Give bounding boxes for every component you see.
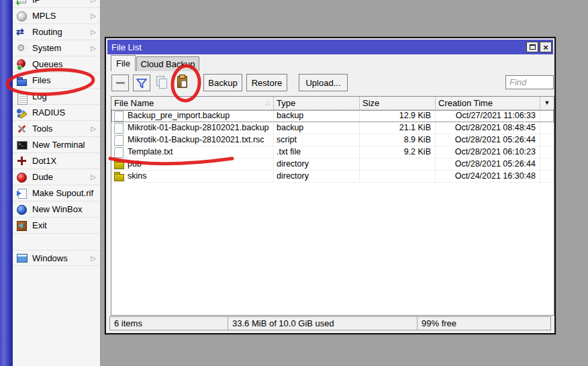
status-bar: 6 items 33.6 MiB of 10.0 GiB used 99% fr…: [109, 316, 551, 330]
tools-icon: [16, 124, 27, 134]
creation-time-cell: Oct/28/2021 05:26:44: [436, 158, 540, 171]
remove-button[interactable]: [111, 75, 129, 91]
sidebar-item-exit[interactable]: Exit: [13, 218, 100, 234]
sidebar-item-make-supout-rif[interactable]: Make Supout.rif: [13, 185, 100, 201]
sidebar-item-label: System: [32, 43, 91, 53]
table-row[interactable]: Backup_pre_import.backupbackup12.9 KiBOc…: [111, 110, 554, 122]
sidebar-item-files[interactable]: Files: [13, 73, 100, 89]
column-header-creation-time[interactable]: Creation Time: [436, 97, 540, 109]
sidebar-item-label: Exit: [32, 220, 100, 230]
tab-cloud-backup[interactable]: Cloud Backup: [136, 56, 199, 71]
filter-button[interactable]: [133, 75, 150, 91]
file-name: pub: [128, 158, 142, 170]
sidebar-item-windows[interactable]: Windows▷: [13, 250, 100, 266]
copy-icon[interactable]: [155, 75, 170, 90]
folder-icon: [113, 171, 124, 181]
sidebar-item-queues[interactable]: Queues: [13, 56, 100, 73]
sidebar-item-label: Tools: [32, 124, 91, 134]
file-name: Mikrotik-01-Backup-28102021.txt.rsc: [128, 134, 264, 146]
restore-button[interactable]: Restore: [246, 74, 287, 91]
tab-file[interactable]: File: [111, 55, 136, 71]
table-header: File Name △ Type Size Creation Time ▼: [111, 97, 554, 110]
filter-funnel-icon: [136, 77, 148, 89]
sidebar-item-dot1x[interactable]: Dot1X: [13, 153, 100, 169]
table-row[interactable]: pubdirectoryOct/28/2021 05:26:44: [111, 158, 554, 171]
row-end-cell: [540, 134, 554, 146]
upload-button[interactable]: Upload...: [299, 74, 348, 91]
sidebar-item-radius[interactable]: RADIUS: [13, 105, 100, 121]
file-size-cell: 12.9 KiB: [360, 110, 436, 122]
find-input[interactable]: [505, 75, 554, 89]
backup-button[interactable]: Backup: [203, 74, 242, 91]
sidebar-item-dude[interactable]: Dude▷: [13, 169, 100, 185]
file-type-cell: script: [274, 134, 360, 146]
file-name-cell: skins: [111, 171, 274, 183]
table-row[interactable]: Template.txt.txt file9.2 KiBOct/28/2021 …: [111, 146, 554, 158]
routing-icon: [16, 27, 27, 38]
windows-icon: [16, 253, 27, 263]
sidebar-item-label: Queues: [32, 59, 100, 69]
file-size-cell: 8.9 KiB: [360, 134, 436, 146]
row-end-cell: [540, 171, 554, 183]
submenu-arrow-icon: ▷: [91, 12, 96, 19]
file-size-cell: 9.2 KiB: [360, 146, 436, 158]
maximize-button[interactable]: [526, 42, 538, 52]
file-name-cell: Mikrotik-01-Backup-28102021.backup: [111, 122, 274, 134]
sidebar-item-mpls[interactable]: MPLS▷: [13, 8, 100, 24]
sidebar: IP▷MPLS▷Routing▷System▷QueuesFilesLogRAD…: [0, 0, 101, 366]
sidebar-item-system[interactable]: System▷: [13, 40, 100, 56]
sidebar-item-label: Files: [32, 75, 100, 85]
file-icon: [113, 111, 124, 121]
close-button[interactable]: ×: [540, 42, 552, 52]
sidebar-item-label: Make Supout.rif: [32, 188, 100, 198]
column-options-button[interactable]: ▼: [540, 97, 554, 109]
minus-icon: [116, 82, 125, 84]
queues-icon: [16, 59, 27, 70]
file-icon: [113, 123, 124, 133]
column-header-size[interactable]: Size: [360, 97, 436, 109]
sidebar-item-label: Routing: [32, 27, 91, 37]
row-end-cell: [540, 158, 554, 171]
maximize-icon: [530, 44, 536, 50]
file-icon: [113, 147, 124, 157]
sidebar-item-new-winbox[interactable]: New WinBox: [13, 201, 100, 218]
status-free-space: 99% free: [418, 317, 550, 330]
sidebar-menu: IP▷MPLS▷Routing▷System▷QueuesFilesLogRAD…: [13, 0, 100, 266]
dot1x-icon: [16, 156, 27, 167]
sort-ascending-icon: △: [265, 97, 270, 109]
file-table-body: Backup_pre_import.backupbackup12.9 KiBOc…: [111, 110, 554, 183]
file-type-cell: .txt file: [274, 146, 360, 158]
file-table: File Name △ Type Size Creation Time ▼ Ba…: [111, 96, 554, 316]
row-end-cell: [540, 122, 554, 134]
folder-icon: [113, 159, 124, 169]
system-icon: [16, 43, 27, 54]
sidebar-item-label: New WinBox: [32, 204, 100, 214]
file-type-cell: backup: [274, 110, 360, 122]
sidebar-item-ip[interactable]: IP▷: [13, 0, 100, 8]
table-row[interactable]: skinsdirectoryOct/24/2021 16:30:48: [111, 171, 554, 183]
creation-time-cell: Oct/28/2021 06:10:23: [436, 146, 540, 158]
sidebar-item-new-terminal[interactable]: New Terminal: [13, 137, 100, 153]
paste-icon[interactable]: [175, 75, 190, 89]
file-list-window: File List × File Cloud Backup Backup Res…: [105, 37, 556, 334]
sidebar-item-log[interactable]: Log: [13, 89, 100, 105]
file-name: skins: [128, 171, 146, 182]
radius-icon: [16, 107, 27, 118]
column-header-file-name[interactable]: File Name △: [111, 97, 274, 109]
paste-page-icon: [181, 81, 187, 87]
status-disk-used: 33.6 MiB of 10.0 GiB used: [228, 317, 418, 330]
submenu-arrow-icon: ▷: [91, 125, 96, 132]
table-row[interactable]: Mikrotik-01-Backup-28102021.txt.rscscrip…: [111, 134, 554, 146]
window-titlebar[interactable]: File List ×: [107, 40, 553, 54]
table-row[interactable]: Mikrotik-01-Backup-28102021.backupbackup…: [111, 122, 554, 134]
sidebar-item-label: MPLS: [32, 11, 91, 21]
submenu-arrow-icon: ▷: [91, 28, 96, 36]
dude-icon: [16, 172, 27, 183]
exit-icon: [16, 220, 27, 231]
creation-time-cell: Oct/24/2021 16:30:48: [436, 171, 540, 183]
file-type-cell: directory: [274, 171, 360, 183]
sidebar-item-routing[interactable]: Routing▷: [13, 24, 100, 40]
sidebar-item-tools[interactable]: Tools▷: [13, 121, 100, 137]
file-type-cell: directory: [274, 158, 360, 171]
column-header-type[interactable]: Type: [274, 97, 360, 109]
